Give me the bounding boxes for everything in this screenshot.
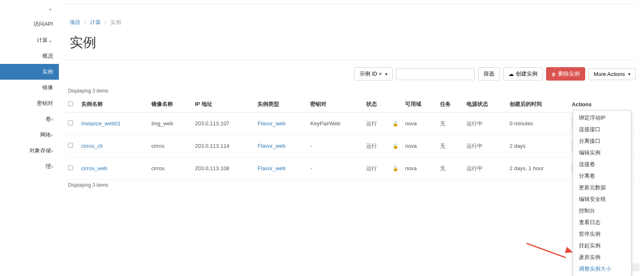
cell-ip: 203.0.113.114 xyxy=(192,135,254,157)
cell-image: cirros xyxy=(148,135,192,157)
dropdown-item[interactable]: 更新元数据 xyxy=(573,182,631,193)
row-actions-dropdown: 绑定浮动IP连接接口分离接口编辑实例连接卷分离卷更新元数据编辑安全组控制台查看日… xyxy=(573,110,632,276)
col-ip[interactable]: IP 地址 xyxy=(192,96,254,112)
table-header-row: 实例名称 镜像名称 IP 地址 实例类型 密钥对 状态 可用域 任务 电源状态 … xyxy=(65,96,636,112)
sidebar-item-instances[interactable]: 实例 xyxy=(0,64,59,80)
delete-instance-button[interactable]: 删除实例 xyxy=(546,67,585,81)
col-age[interactable]: 创建后的时间 xyxy=(506,96,569,112)
sidebar-item-keypairs[interactable]: 密钥对 xyxy=(0,95,59,111)
sidebar-item-api[interactable]: 访问API xyxy=(0,16,59,32)
table-row: cirros_webcirros203.0.113.108Flavor_web-… xyxy=(65,157,636,180)
dropdown-item[interactable]: 编辑安全组 xyxy=(573,193,631,205)
trash-icon xyxy=(552,71,556,77)
flavor-link[interactable]: Flavor_web xyxy=(258,165,285,171)
col-status[interactable]: 状态 xyxy=(363,96,389,112)
cell-task: 无 xyxy=(437,112,463,135)
chevron-down-icon xyxy=(48,36,53,44)
chevron-right-icon xyxy=(51,115,53,123)
col-image[interactable]: 镜像名称 xyxy=(148,96,192,112)
select-all-checkbox[interactable] xyxy=(68,101,73,106)
dropdown-item[interactable]: 连接卷 xyxy=(573,159,631,170)
cell-ip: 203.0.113.107 xyxy=(192,112,254,135)
cell-zone: nova xyxy=(402,157,437,180)
dropdown-item[interactable]: 分离接口 xyxy=(573,135,631,147)
cell-ip: 203.0.113.108 xyxy=(192,157,254,180)
filter-button[interactable]: 筛选 xyxy=(478,67,500,81)
instance-name-link[interactable]: cirros_web xyxy=(81,165,107,171)
sidebar-item-network[interactable]: 网络 xyxy=(0,127,59,143)
cell-zone: nova xyxy=(402,135,437,157)
page-title: 实例 xyxy=(65,29,636,60)
col-power[interactable]: 电源状态 xyxy=(463,96,506,112)
cell-power: 运行中 xyxy=(463,112,506,135)
dropdown-item[interactable]: 调整实例大小 xyxy=(573,263,631,275)
dropdown-item[interactable]: 编辑实例 xyxy=(573,147,631,159)
toolbar: 示例 ID = 筛选 创建实例 删除实例 More Actions xyxy=(65,67,636,85)
cell-keypair: - xyxy=(307,135,362,157)
breadcrumb-compute[interactable]: 计算 xyxy=(90,19,101,25)
sidebar-item-admin[interactable]: 理 xyxy=(0,159,59,174)
cell-task: 无 xyxy=(437,157,463,180)
cloud-icon xyxy=(508,71,514,77)
dropdown-item[interactable]: 暂停实例 xyxy=(573,228,631,240)
col-name[interactable]: 实例名称 xyxy=(78,96,148,112)
dropdown-item[interactable]: 废弃实例 xyxy=(573,252,631,263)
sidebar-item-overview[interactable]: 概况 xyxy=(0,48,59,64)
cell-status: 运行 xyxy=(363,135,389,157)
item-count-top: Displaying 3 items xyxy=(65,85,636,96)
cell-status: 运行 xyxy=(363,112,389,135)
cell-task: 无 xyxy=(437,135,463,157)
col-flavor[interactable]: 实例类型 xyxy=(254,96,307,112)
cell-power: 运行中 xyxy=(463,135,506,157)
breadcrumb-project[interactable]: 项目 xyxy=(70,19,80,25)
breadcrumb-current: 实例 xyxy=(110,19,121,25)
unlock-icon xyxy=(393,165,399,171)
cell-image: Img_web xyxy=(148,112,192,135)
filter-input[interactable] xyxy=(396,68,475,80)
cell-keypair: KeyPairWeb xyxy=(307,112,362,135)
table-row: Instance_web01Img_web203.0.113.107Flavor… xyxy=(65,112,636,135)
flavor-link[interactable]: Flavor_web xyxy=(258,143,285,149)
cell-keypair: - xyxy=(307,157,362,180)
dropdown-item[interactable]: 绑定浮动IP xyxy=(573,112,631,124)
annotation-arrow xyxy=(527,243,568,244)
col-task[interactable]: 任务 xyxy=(437,96,463,112)
cell-status: 运行 xyxy=(363,157,389,180)
sidebar-item-volumes[interactable]: 卷 xyxy=(0,111,59,127)
chevron-right-icon xyxy=(51,131,53,139)
chevron-right-icon xyxy=(51,163,53,170)
sidebar-collapse-top[interactable] xyxy=(0,0,59,16)
dropdown-item[interactable]: 查看日志 xyxy=(573,217,631,228)
main-content: 项目 / 计算 / 实例 实例 示例 ID = 筛选 创建实例 删除实例 Mor… xyxy=(65,0,636,191)
cell-image: cirros xyxy=(148,157,192,180)
row-checkbox[interactable] xyxy=(68,143,73,148)
instance-name-link[interactable]: Instance_web01 xyxy=(81,120,121,127)
dropdown-item[interactable]: 挂起实例 xyxy=(573,240,631,252)
breadcrumb: 项目 / 计算 / 实例 xyxy=(65,11,636,29)
dropdown-item[interactable]: 控制台 xyxy=(573,205,631,217)
table-row: cirros_clicirros203.0.113.114Flavor_web-… xyxy=(65,135,636,157)
sidebar: 访问API 计算 概况 实例 镜像 密钥对 卷 网络 对象存储 理 xyxy=(0,0,59,276)
chevron-right-icon xyxy=(51,147,53,154)
cell-zone: nova xyxy=(402,112,437,135)
create-instance-button[interactable]: 创建实例 xyxy=(503,67,543,81)
cell-age: 2 days xyxy=(506,135,569,157)
flavor-link[interactable]: Flavor_web xyxy=(258,120,285,127)
row-checkbox[interactable] xyxy=(68,165,73,170)
cell-age: 2 days, 1 hour xyxy=(506,157,569,180)
filter-field-dropdown[interactable]: 示例 ID = xyxy=(354,67,393,81)
sidebar-item-images[interactable]: 镜像 xyxy=(0,80,59,95)
sidebar-item-objectstorage[interactable]: 对象存储 xyxy=(0,143,59,159)
more-actions-button[interactable]: More Actions xyxy=(588,68,636,80)
col-zone[interactable]: 可用域 xyxy=(402,96,437,112)
cell-power: 运行中 xyxy=(463,157,506,180)
instance-name-link[interactable]: cirros_cli xyxy=(81,143,102,149)
dropdown-item[interactable]: 分离卷 xyxy=(573,170,631,182)
col-keypair[interactable]: 密钥对 xyxy=(307,96,362,112)
unlock-icon xyxy=(393,120,399,127)
row-checkbox[interactable] xyxy=(68,120,73,125)
dropdown-item[interactable]: 连接接口 xyxy=(573,124,631,135)
sidebar-item-compute[interactable]: 计算 xyxy=(0,32,59,48)
chevron-down-icon xyxy=(48,4,53,12)
instances-table: 实例名称 镜像名称 IP 地址 实例类型 密钥对 状态 可用域 任务 电源状态 … xyxy=(65,96,636,180)
